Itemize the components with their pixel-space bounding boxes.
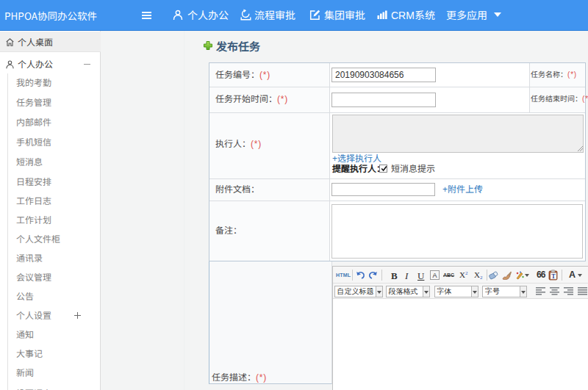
svg-text:T: T xyxy=(551,273,556,280)
